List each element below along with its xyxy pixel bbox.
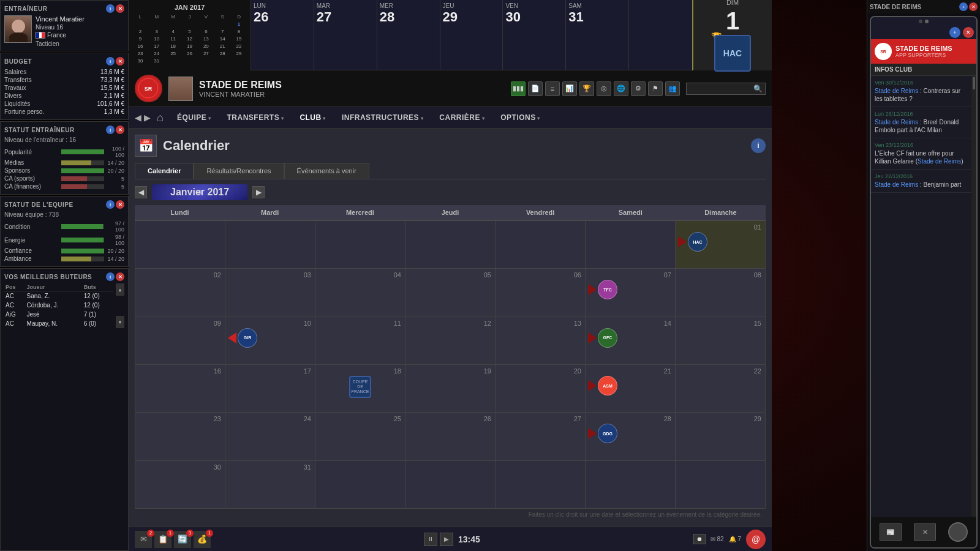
mini-cal-day[interactable]: 11 <box>165 36 181 42</box>
cal-cell[interactable]: 25 <box>315 413 405 460</box>
info-item[interactable]: Lun 26/12/2016Stade de Reims : Breel Don… <box>871 107 971 138</box>
rp-scroll-thumb[interactable] <box>973 77 975 89</box>
app-icon-1[interactable]: + <box>949 27 960 38</box>
cal-cell[interactable]: 09 <box>135 317 225 365</box>
mini-cal-day[interactable]: 18 <box>165 43 181 50</box>
nav-carriere[interactable]: CARRIÈRE <box>432 111 492 124</box>
mini-cal-day[interactable]: 17 <box>149 43 165 50</box>
phone-x-btn[interactable]: ✕ <box>914 523 936 541</box>
mini-cal-day[interactable]: 24 <box>149 50 165 57</box>
nav-infrastructures[interactable]: INFRASTRUCTURES <box>334 111 431 124</box>
toolbar-icon-circle[interactable]: ◎ <box>597 81 611 96</box>
cal-cell[interactable]: 12 <box>405 317 496 365</box>
bottom-icon-transfer[interactable]: 🔄 3 <box>174 531 191 548</box>
cal-cell[interactable]: 11 <box>315 317 405 365</box>
toolbar-icon-flag[interactable]: ⚑ <box>648 81 663 96</box>
nav-club[interactable]: CLUB <box>292 111 333 124</box>
cal-cell[interactable]: 17 <box>225 365 315 413</box>
bottom-icon-report[interactable]: 📋 1 <box>154 531 172 548</box>
mini-cal-day[interactable]: 10 <box>149 36 165 42</box>
week-day-col[interactable]: JEU29 <box>440 0 503 70</box>
cal-cell[interactable]: 23 <box>135 413 225 460</box>
mini-cal-day[interactable]: 21 <box>214 43 230 50</box>
mini-cal-day[interactable]: 22 <box>231 43 247 50</box>
cal-cell[interactable]: 31 <box>225 461 315 509</box>
search-box[interactable]: 🔍 <box>686 83 766 95</box>
week-day-col[interactable]: LUN26 <box>251 0 314 70</box>
mini-cal-day[interactable]: 6 <box>198 28 214 35</box>
rp-close-btn[interactable]: ✕ <box>969 2 978 11</box>
cal-cell[interactable]: 13 <box>496 317 586 365</box>
tab-evenements[interactable]: Événements à venir <box>284 163 369 179</box>
tab-calendrier[interactable]: Calendrier <box>135 163 194 179</box>
nav-equipe[interactable]: ÉQUIPE <box>170 111 219 124</box>
info-btn[interactable]: i <box>751 138 766 153</box>
mini-cal-day[interactable]: 26 <box>182 50 198 57</box>
ts-edit-btn[interactable]: i <box>106 126 115 134</box>
cal-cell[interactable]: 03 <box>225 269 315 317</box>
toolbar-icon-trophy[interactable]: 🏆 <box>579 81 594 96</box>
mini-cal-day[interactable]: 19 <box>182 43 198 50</box>
week-day-col[interactable]: SAM31 <box>566 0 629 70</box>
week-day-col[interactable]: MAR27 <box>314 0 377 70</box>
cal-cell[interactable]: 05 <box>405 269 496 317</box>
nav-transferts[interactable]: TRANSFERTS <box>219 111 291 124</box>
week-day-col[interactable]: MER28 <box>377 0 440 70</box>
scorers-edit-btn[interactable]: i <box>106 272 115 281</box>
mini-cal-day[interactable]: 12 <box>182 36 198 42</box>
mini-cal-day[interactable]: 14 <box>214 36 230 42</box>
mini-cal-day[interactable]: 2 <box>132 28 148 35</box>
cal-cell[interactable]: 08 <box>676 269 766 317</box>
cal-cell[interactable]: 15 <box>676 317 766 365</box>
prev-month[interactable]: ◀ <box>135 186 147 198</box>
cal-cell[interactable]: 06 <box>496 269 586 317</box>
mini-cal-day[interactable]: 13 <box>198 36 214 42</box>
nav-back[interactable]: ◀ <box>135 113 141 122</box>
mini-cal-day[interactable]: 28 <box>214 50 230 57</box>
scroll-up[interactable]: ▲ <box>116 283 124 296</box>
rp-scrollbar[interactable] <box>971 76 976 517</box>
toolbar-icon-gear[interactable]: ⚙ <box>631 81 646 96</box>
cal-cell[interactable]: 19 <box>405 365 496 413</box>
cal-cell[interactable]: 28GDG <box>586 413 676 460</box>
week-day-col[interactable]: VEN30 <box>503 0 566 70</box>
toolbar-icon-list[interactable]: ≡ <box>545 81 560 96</box>
cal-cell[interactable]: 04 <box>315 269 405 317</box>
scorers-close-btn[interactable]: ✕ <box>116 272 124 281</box>
cal-cell[interactable]: 29 <box>676 413 766 460</box>
cal-cell[interactable]: 30 <box>135 461 225 509</box>
toolbar-icon-doc[interactable]: 📄 <box>528 81 543 96</box>
budget-edit-btn[interactable]: i <box>106 57 115 66</box>
nav-home[interactable]: ⌂ <box>157 111 164 124</box>
mini-cal-day[interactable]: 8 <box>231 28 247 35</box>
play-forward[interactable]: ▶ <box>440 533 453 546</box>
trainer-close-btn[interactable]: ✕ <box>116 4 124 13</box>
team-close-btn[interactable]: ✕ <box>116 200 124 209</box>
nav-options[interactable]: OPTIONS <box>493 111 548 124</box>
mini-cal-day[interactable]: 4 <box>165 28 181 35</box>
next-month[interactable]: ▶ <box>252 186 265 198</box>
cal-cell[interactable]: 02 <box>135 269 225 317</box>
toolbar-icon-people[interactable]: 👥 <box>665 81 680 96</box>
team-edit-btn[interactable]: i <box>106 200 115 209</box>
cal-cell[interactable]: 24 <box>225 413 315 460</box>
info-item[interactable]: Ven 30/12/2016Stade de Reims : Contreras… <box>871 76 971 107</box>
cal-cell[interactable]: 26 <box>405 413 496 460</box>
toolbar-icon-chart[interactable]: 📊 <box>562 81 577 96</box>
cal-cell[interactable]: 22 <box>676 365 766 413</box>
cal-cell[interactable]: 16 <box>135 365 225 413</box>
phone-home-btn[interactable] <box>948 522 968 542</box>
mini-cal-day[interactable]: 25 <box>165 50 181 57</box>
mini-cal-day[interactable]: 3 <box>149 28 165 35</box>
rp-info-btn[interactable]: + <box>959 2 968 11</box>
cal-cell[interactable]: 14GFC <box>586 317 676 365</box>
mini-cal-day[interactable]: 23 <box>132 50 148 57</box>
mini-cal-day[interactable]: 27 <box>198 50 214 57</box>
info-item[interactable]: Ven 23/12/2016L'Elche CF fait une offre … <box>871 138 971 170</box>
mini-cal-day[interactable]: 30 <box>132 58 148 64</box>
mini-cal-day[interactable]: 15 <box>231 36 247 42</box>
calendar-grid[interactable]: 01HAC020304050607TFC080910GIR11121314GFC… <box>135 220 766 509</box>
mini-cal-day[interactable]: 1 <box>231 21 247 28</box>
cal-cell[interactable]: 20 <box>496 365 586 413</box>
phone-newspaper-btn[interactable]: 📰 <box>880 523 902 541</box>
